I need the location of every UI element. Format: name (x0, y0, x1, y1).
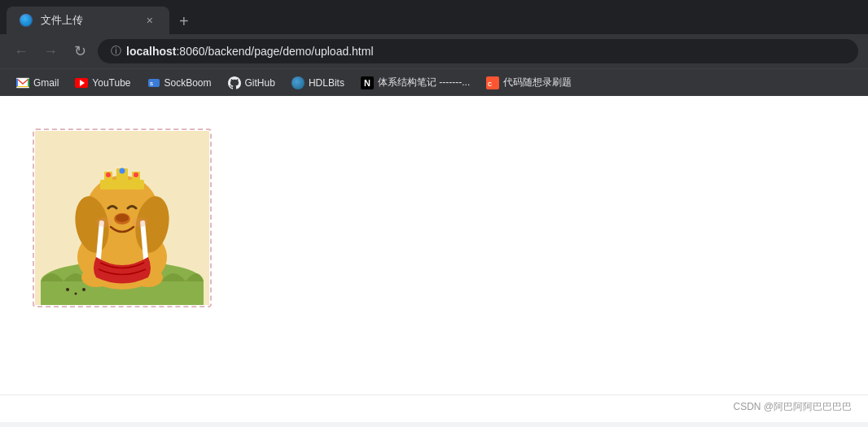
url-input[interactable]: ⓘ localhost:8060/backend/page/demo/uploa… (98, 39, 858, 63)
svg-point-21 (120, 168, 125, 174)
svg-text:C: C (488, 81, 492, 87)
svg-text:S: S (150, 81, 153, 86)
svg-point-20 (106, 172, 111, 177)
bookmark-github-label: GitHub (245, 77, 275, 89)
page-content (0, 96, 868, 394)
sockboom-icon: S (147, 76, 160, 89)
upload-image-area[interactable] (33, 129, 212, 307)
url-text: localhost:8060/backend/page/demo/upload.… (126, 45, 374, 58)
bookmark-sockboom[interactable]: S SockBoom (141, 73, 218, 93)
youtube-icon (75, 76, 88, 89)
browser-chrome: 🌐 文件上传 × + ← → ↻ ⓘ localhost:8060/backen… (0, 0, 868, 96)
address-bar-row: ← → ↻ ⓘ localhost:8060/backend/page/demo… (0, 34, 868, 68)
svg-point-10 (75, 293, 77, 295)
github-icon (228, 76, 241, 89)
security-icon: ⓘ (111, 44, 121, 59)
bookmark-sockboom-label: SockBoom (164, 77, 212, 89)
bookmark-github[interactable]: GitHub (221, 73, 282, 93)
url-normal-part: :8060/backend/page/demo/upload.html (176, 45, 373, 58)
footer-credit: CSDN @阿巴阿阿巴巴巴巴 (733, 400, 852, 414)
bookmark-hdlbits-label: HDLBits (309, 77, 344, 89)
bookmark-gmail-label: Gmail (33, 77, 59, 89)
svg-point-27 (96, 217, 112, 227)
bookmark-notion-label: 体系结构笔记 -------... (378, 76, 470, 89)
svg-point-22 (134, 172, 138, 177)
notion-icon: N (361, 76, 374, 89)
svg-rect-1 (17, 86, 28, 87)
bookmarks-bar: Gmail YouTube S SockBoom GitHub (0, 68, 868, 96)
tab-bar: 🌐 文件上传 × + (0, 0, 868, 34)
csdn-icon: C (486, 76, 499, 89)
bookmark-notion[interactable]: N 体系结构笔记 -------... (354, 72, 476, 93)
reload-button[interactable]: ↻ (68, 40, 91, 63)
back-button[interactable]: ← (10, 40, 33, 63)
page-footer: CSDN @阿巴阿阿巴巴巴巴 (0, 394, 868, 422)
svg-point-9 (66, 288, 69, 291)
svg-point-26 (116, 214, 129, 222)
bookmark-hdlbits[interactable]: HDLBits (285, 73, 351, 93)
tab-close-button[interactable]: × (143, 13, 156, 28)
tab-title: 文件上传 (41, 13, 135, 28)
bookmark-youtube[interactable]: YouTube (68, 73, 137, 93)
svg-point-11 (82, 288, 85, 291)
bookmark-gmail[interactable]: Gmail (10, 73, 65, 93)
bookmark-csdn[interactable]: C 代码随想录刷题 (480, 72, 578, 93)
new-tab-button[interactable]: + (171, 10, 197, 33)
bookmark-youtube-label: YouTube (92, 77, 130, 89)
url-bold-part: localhost (126, 45, 176, 58)
hdlbits-icon (292, 76, 305, 89)
svg-point-28 (132, 217, 148, 227)
bookmark-csdn-label: 代码随想录刷题 (503, 76, 572, 89)
forward-button[interactable]: → (39, 40, 62, 63)
gmail-icon (16, 76, 29, 89)
active-tab[interactable]: 🌐 文件上传 × (7, 7, 169, 34)
dog-image (35, 131, 209, 305)
tab-favicon: 🌐 (20, 14, 33, 27)
